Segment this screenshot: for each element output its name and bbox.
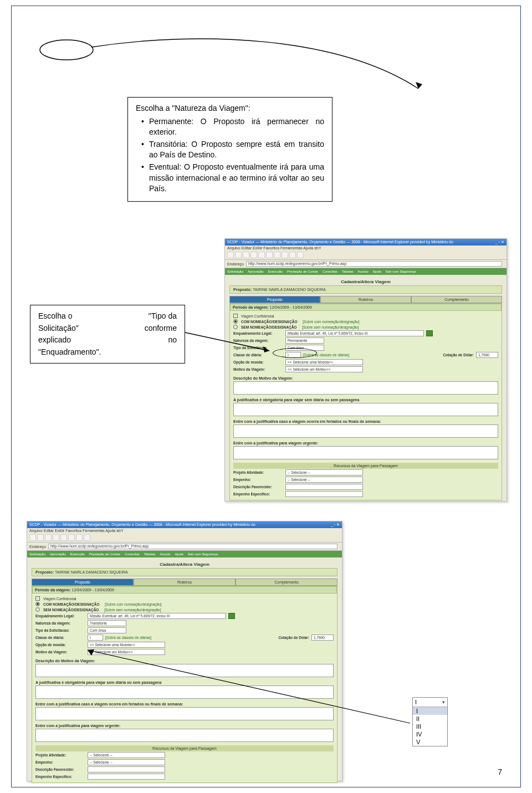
recursos-header: Recursos da Viagem para Passagem <box>233 463 498 469</box>
listbox-selected[interactable]: I ▾ <box>413 698 447 707</box>
callout-natureza-viagem: Escolha a "Natureza da Viagem": Permanen… <box>127 97 332 202</box>
nav-execucao[interactable]: Execução <box>268 270 283 273</box>
nav-tabelas[interactable]: Tabelas <box>342 270 354 273</box>
motivo-select[interactable]: << Selecione um Motivo>> <box>285 366 363 372</box>
refresh-icon[interactable] <box>250 252 257 258</box>
nav-tabelas-2[interactable]: Tabelas <box>144 552 156 556</box>
tab-proposto-2[interactable]: Proposto <box>32 579 134 586</box>
tab-proposto[interactable]: Proposto <box>229 296 320 303</box>
refresh-icon-2[interactable] <box>53 534 59 541</box>
favorites-icon-2[interactable] <box>76 534 83 541</box>
window-titlebar: SCDP - Vizador — Ministério do Planejame… <box>225 239 507 245</box>
enq-go-button-2[interactable] <box>228 613 235 619</box>
back-icon-2[interactable] <box>29 534 36 541</box>
forward-icon-2[interactable] <box>37 534 44 541</box>
projeto-select-2[interactable]: -- Selecione -- <box>88 752 165 758</box>
nav-ajuda-2[interactable]: Ajuda <box>175 552 183 556</box>
just2-label: Entre com a justificativa caso a viagem … <box>233 419 498 423</box>
window-controls-2[interactable]: _ ▫ ✕ <box>331 523 340 527</box>
radio-com-nomeacao-2[interactable] <box>35 602 40 606</box>
proposto-label-2: Proposto: <box>35 570 54 574</box>
history-icon[interactable] <box>282 252 288 258</box>
desc-motivo-textarea[interactable] <box>233 381 498 395</box>
listbox-option-5[interactable]: V <box>413 738 447 746</box>
history-icon-2[interactable] <box>84 534 90 541</box>
nav-acordo-2[interactable]: Acordo <box>160 552 170 556</box>
tab-roteiros-2[interactable]: Roteiros <box>134 579 236 586</box>
listbox-option-2[interactable]: II <box>413 715 447 723</box>
classe-diaria-listbox[interactable]: I ▾ I II III IV V <box>412 697 448 746</box>
listbox-option-1[interactable]: I <box>413 707 447 715</box>
moeda-select[interactable]: << Selecione uma Moeda>> <box>285 359 363 365</box>
nav-ajuda[interactable]: Ajuda <box>373 270 381 273</box>
tab-row: Proposto Roteiros Complemento <box>229 296 502 303</box>
nav-aprovacao-2[interactable]: Aprovação <box>50 552 66 556</box>
listbox-option-4[interactable]: IV <box>413 730 447 738</box>
just1-textarea[interactable] <box>233 403 498 416</box>
sem-nom-hint-2[interactable]: [Sobre sem nomeação/designação] <box>104 608 161 612</box>
stop-icon-2[interactable] <box>45 534 52 541</box>
nav-prestacao-2[interactable]: Prestação de Contas <box>89 552 120 556</box>
just2-textarea[interactable] <box>233 424 498 438</box>
address-input-2[interactable]: http://www.hom.scdp.redegovererno.gov.br… <box>48 544 337 549</box>
window-controls[interactable]: _ ▫ ✕ <box>495 240 504 244</box>
enq-select[interactable]: Missão Eventual: art. 49, Lei nº 5.809/7… <box>285 330 424 336</box>
empesp-input-2[interactable] <box>88 774 165 780</box>
address-label-2: Endereço <box>29 545 46 549</box>
nav-bar-2: Solicitação Aprovação Execução Prestação… <box>27 551 342 557</box>
tipo-select-2[interactable]: Com ônus <box>88 627 126 633</box>
empenho-select[interactable]: -- Selecione -- <box>285 477 363 483</box>
menu-bar[interactable]: Arquivo Editar Exibir Favoritos Ferramen… <box>225 245 507 250</box>
nav-solicitacao[interactable]: Solicitação <box>227 270 243 273</box>
nav-prestacao[interactable]: Prestação de Contas <box>287 270 318 273</box>
nav-sair[interactable]: Sair com Segurança <box>386 270 416 273</box>
search-icon-2[interactable] <box>68 534 75 541</box>
nav-aprovacao[interactable]: Aprovação <box>248 270 264 273</box>
home-icon[interactable] <box>258 252 265 258</box>
tab-complemento-2[interactable]: Complemento <box>236 579 337 586</box>
enq-select-2[interactable]: Missão Eventual: art. 49, Lei nº 5.809/7… <box>88 613 226 619</box>
back-icon[interactable] <box>227 252 234 258</box>
search-icon[interactable] <box>266 252 273 258</box>
descfav-label: Descrição Favorecido: <box>233 485 283 489</box>
descfav-input[interactable] <box>285 484 363 490</box>
stop-icon[interactable] <box>243 252 249 258</box>
home-icon-2[interactable] <box>60 534 67 541</box>
forward-icon[interactable] <box>235 252 242 258</box>
menu-bar-2[interactable]: Arquivo Editar Exibir Favoritos Ferramen… <box>27 528 342 533</box>
empenho-select-2[interactable]: -- Selecione -- <box>88 759 165 765</box>
descfav-input-2[interactable] <box>88 766 165 772</box>
confidencial-label-2: Viagem Confidencial <box>43 597 76 601</box>
classe-hint-2[interactable]: [Sobre as classes de diárias] <box>105 636 151 639</box>
com-nom-hint-2[interactable]: [Sobre com nomeação/designação] <box>105 602 161 606</box>
nav-solicitacao-2[interactable]: Solicitação <box>29 552 45 556</box>
favorites-icon[interactable] <box>274 252 280 258</box>
nav-sair-2[interactable]: Sair com Segurança <box>188 552 218 556</box>
just3-textarea[interactable] <box>233 446 498 459</box>
tipo-label-2: Tipo da Solicitacao: <box>35 628 85 632</box>
nav-consultas-2[interactable]: Consultas <box>125 552 140 556</box>
mail-icon[interactable] <box>289 252 296 258</box>
projeto-select[interactable]: -- Selecione -- <box>285 469 363 475</box>
listbox-option-3[interactable]: III <box>413 723 447 730</box>
tab-roteiros[interactable]: Roteiros <box>320 296 411 303</box>
c2-l2b: conforme <box>145 323 177 334</box>
nav-acordo[interactable]: Acordo <box>357 270 368 273</box>
address-bar-2: Endereço http://www.hom.scdp.redegoverer… <box>27 543 342 551</box>
sem-nom-hint[interactable]: [Sobre sem nomeação/designação] <box>302 325 359 329</box>
nav-execucao-2[interactable]: Execução <box>70 552 85 556</box>
nav-consultas[interactable]: Consultas <box>323 270 337 273</box>
print-icon[interactable] <box>297 252 304 258</box>
enq-go-button[interactable] <box>426 330 433 336</box>
confidencial-checkbox-2[interactable] <box>35 596 40 601</box>
radio-sem-nomeacao-2[interactable] <box>35 607 40 612</box>
com-nom-hint[interactable]: [Sobre com nomeação/designação] <box>303 320 359 324</box>
address-input[interactable]: http://www.hom.scdp.redegovererno.gov.br… <box>246 261 502 267</box>
callout1-item-transitoria: Transitória: O Proposto sempre está em t… <box>141 139 324 161</box>
svg-line-2 <box>185 332 269 351</box>
tab-complemento[interactable]: Complemento <box>411 296 502 303</box>
periodo-value-2: 12/04/2009 - 13/04/2009 <box>72 588 114 592</box>
empesp-input[interactable] <box>285 491 363 497</box>
natureza-select-2[interactable]: Transitória <box>88 620 126 626</box>
classe-select-2[interactable]: I <box>88 635 103 641</box>
